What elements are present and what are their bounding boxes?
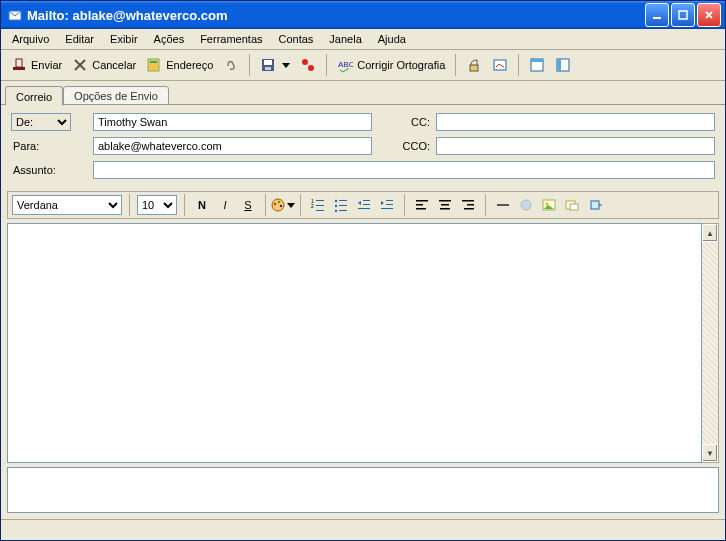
close-button[interactable] — [697, 3, 721, 27]
svg-rect-43 — [439, 200, 451, 202]
svg-rect-35 — [363, 204, 370, 205]
from-field[interactable] — [93, 113, 372, 131]
attachment-area[interactable] — [7, 467, 719, 513]
separator — [455, 54, 456, 76]
svg-rect-46 — [462, 200, 474, 202]
hr-icon — [495, 197, 511, 213]
pane-icon — [529, 57, 545, 73]
svg-point-20 — [274, 203, 276, 205]
cc-label: CC: — [378, 116, 430, 128]
pane-split-icon — [555, 57, 571, 73]
align-right-button[interactable] — [458, 195, 478, 215]
svg-point-30 — [335, 210, 337, 212]
tabbar: Correio Opções de Envio — [1, 81, 725, 105]
menu-janela[interactable]: Janela — [322, 31, 368, 47]
separator — [518, 54, 519, 76]
send-button[interactable]: Enviar — [7, 51, 66, 79]
svg-rect-42 — [416, 208, 426, 210]
menu-editar[interactable]: Editar — [58, 31, 101, 47]
attach-button[interactable] — [219, 51, 243, 79]
svg-point-50 — [521, 200, 531, 210]
menu-contas[interactable]: Contas — [272, 31, 321, 47]
align-center-icon — [437, 197, 453, 213]
svg-point-22 — [280, 205, 282, 207]
object-button[interactable] — [562, 195, 582, 215]
minimize-button[interactable] — [645, 3, 669, 27]
window-title: Mailto: ablake@whateverco.com — [27, 8, 645, 23]
scroll-track[interactable] — [702, 242, 718, 444]
cancel-button[interactable]: Cancelar — [68, 51, 140, 79]
cc-field[interactable] — [436, 113, 715, 131]
underline-button[interactable]: S — [238, 195, 258, 215]
titlebar: Mailto: ablake@whateverco.com — [1, 1, 725, 29]
spellcheck-button[interactable]: ABC Corrigir Ortografia — [333, 51, 449, 79]
align-left-button[interactable] — [412, 195, 432, 215]
to-field[interactable] — [93, 137, 372, 155]
menu-acoes[interactable]: Ações — [147, 31, 192, 47]
align-left-icon — [414, 197, 430, 213]
svg-point-11 — [308, 65, 314, 71]
globe-icon — [518, 197, 534, 213]
svg-rect-2 — [679, 11, 687, 19]
view1-button[interactable] — [525, 51, 549, 79]
image-button[interactable] — [539, 195, 559, 215]
bcc-label: CCO: — [378, 140, 430, 152]
link-button[interactable] — [516, 195, 536, 215]
numlist-icon: 12 — [310, 197, 326, 213]
svg-rect-44 — [441, 204, 449, 206]
numbered-list-button[interactable]: 12 — [308, 195, 328, 215]
hr-button[interactable] — [493, 195, 513, 215]
svg-rect-18 — [557, 59, 561, 71]
separator — [249, 54, 250, 76]
menu-ferramentas[interactable]: Ferramentas — [193, 31, 269, 47]
outdent-button[interactable] — [354, 195, 374, 215]
compose-window: Mailto: ablake@whateverco.com Arquivo Ed… — [0, 0, 726, 541]
svg-rect-39 — [381, 208, 393, 209]
symbol-icon — [587, 197, 603, 213]
scrollbar[interactable]: ▲ ▼ — [702, 223, 719, 463]
align-center-button[interactable] — [435, 195, 455, 215]
view2-button[interactable] — [551, 51, 575, 79]
symbol-button[interactable] — [585, 195, 605, 215]
color-button[interactable] — [273, 195, 293, 215]
scroll-down-button[interactable]: ▼ — [702, 444, 718, 462]
spellcheck-icon: ABC — [337, 57, 353, 73]
bcc-field[interactable] — [436, 137, 715, 155]
menu-exibir[interactable]: Exibir — [103, 31, 145, 47]
cancel-icon — [72, 57, 88, 73]
svg-point-21 — [278, 201, 280, 203]
lock-button[interactable] — [462, 51, 486, 79]
indent-button[interactable] — [377, 195, 397, 215]
priority-button[interactable] — [296, 51, 320, 79]
svg-rect-31 — [339, 200, 347, 201]
maximize-button[interactable] — [671, 3, 695, 27]
menubar: Arquivo Editar Exibir Ações Ferramentas … — [1, 29, 725, 50]
save-button[interactable] — [256, 51, 294, 79]
bold-button[interactable]: N — [192, 195, 212, 215]
font-select[interactable]: Verdana — [12, 195, 122, 215]
send-icon — [11, 57, 27, 73]
svg-rect-9 — [265, 67, 271, 70]
palette-icon — [271, 197, 285, 213]
separator — [326, 54, 327, 76]
scroll-up-button[interactable]: ▲ — [702, 224, 718, 242]
bullet-list-button[interactable] — [331, 195, 351, 215]
svg-point-19 — [272, 199, 284, 211]
menu-ajuda[interactable]: Ajuda — [371, 31, 413, 47]
toolbar: Enviar Cancelar Endereço ABC Corrigir Or… — [1, 50, 725, 81]
subject-field[interactable] — [93, 161, 715, 179]
italic-button[interactable]: I — [215, 195, 235, 215]
address-button[interactable]: Endereço — [142, 51, 217, 79]
svg-rect-32 — [339, 205, 347, 206]
sign-button[interactable] — [488, 51, 512, 79]
svg-rect-8 — [264, 60, 272, 65]
tab-opcoes-envio[interactable]: Opções de Envio — [63, 86, 169, 105]
from-dropdown[interactable]: De: — [11, 113, 71, 131]
svg-rect-55 — [591, 201, 599, 209]
menu-arquivo[interactable]: Arquivo — [5, 31, 56, 47]
tab-correio[interactable]: Correio — [5, 86, 63, 106]
message-body[interactable] — [7, 223, 702, 463]
svg-rect-1 — [653, 17, 661, 19]
size-select[interactable]: 10 — [137, 195, 177, 215]
disk-icon — [260, 57, 276, 73]
